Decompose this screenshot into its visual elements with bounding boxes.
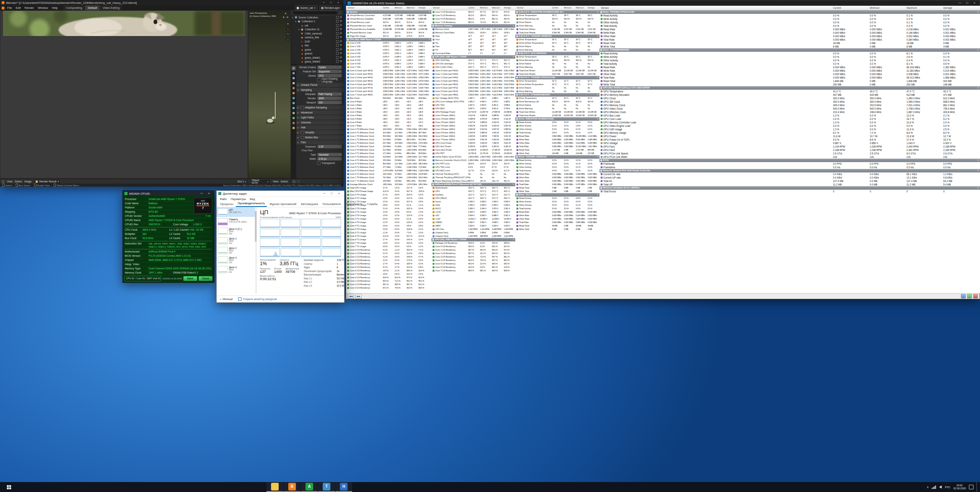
sensor-row-cpu-core-power[interactable]: CPU Core Power3.626 W3.166 W7.390 W4.621… <box>431 141 515 145</box>
minimize-button[interactable]: ─ <box>956 0 964 6</box>
sensor-row-cpu-soc-power[interactable]: CPU SoC Power6.259 W6.138 W6.332 W6.281 … <box>431 145 515 148</box>
sensor-row-framerate[interactable]: Framerate0.0 FPS0.0 FPS0.0 FPS0.0 FPS <box>599 162 980 166</box>
sensor-row-core-3-clock-perf-6-2[interactable]: Core 3 Clock (perf #6/2)3,593.5 MHz3,294… <box>431 79 515 83</box>
outliner-item-grass-blade1[interactable]: ▲grass_blade1 <box>291 56 343 60</box>
sensor-row-core-4-t0-usage[interactable]: Core 4 T0 Usage2.2 %0.3 %13.9 %2.6 % <box>346 221 431 224</box>
sensor-row-core-6-t1-effective-clock[interactable]: Core 6 T1 Effective Clock102.3 MHz9.4 MH… <box>346 172 431 176</box>
sensor-row-write-rate[interactable]: Write Rate0.000 MB/s0.000 MB/s11.283 MB/… <box>599 69 980 72</box>
taskbar-app-task-manager[interactable]: T <box>318 482 335 492</box>
sensor-row-core-4-clock-perf-5-2[interactable]: Core 4 Clock (perf #5/2)3,593.5 MHz3,294… <box>431 83 515 86</box>
sensor-row-core-1-t0-effective-clock[interactable]: Core 1 T0 Effective Clock53.6 MHz18.0 MH… <box>346 134 431 138</box>
checkbox-toggle-icon[interactable] <box>336 40 339 43</box>
sensor-row-gpu-core-load[interactable]: GPU Core Load2.4 %0.0 %24.7 %5.2 % <box>599 117 980 121</box>
sensor-row-core-0-vid[interactable]: Core 0 VID0.975 V0.944 V1.275 V0.969 V <box>346 41 431 45</box>
outliner-item-grass[interactable]: ▲grass <box>291 48 343 52</box>
image-editor[interactable] <box>0 10 248 179</box>
sensor-row-tras[interactable]: Tras38 T38 T38 T38 T <box>431 45 515 48</box>
sensor-row-core-7-t0-usage[interactable]: Core 7 T0 Usage2.9 %0.4 %15.3 %3.3 % <box>346 241 431 245</box>
sensor-row-core-1-c6-residency[interactable]: Core 1 C6 Residency98.7 %66.0 %99.6 %97.… <box>431 248 515 252</box>
sensor-row-core-soc-power[interactable]: Core+SoC Power12.336 W11.530 W17.181 W12… <box>431 148 515 152</box>
hwinfo-titlebar[interactable]: HWiNFO64 v6.29-4200 Sensor Status ─ □ × <box>346 0 980 6</box>
sensor-row-virtual-memory-available[interactable]: Virtual Memory Available9,942 MB9,676 MB… <box>346 17 431 21</box>
sensor-row-power-reporting-deviation-accuracy[interactable]: Power Reporting Deviation (Accuracy)98.4… <box>431 179 515 183</box>
sensor-row-drive-temperature[interactable]: Drive Temperature38 °C38 °C38 °C38 °C <box>515 14 599 17</box>
volume-icon[interactable] <box>939 485 942 489</box>
sensor-row-package-c6-residency[interactable]: Package C6 Residency33.8 %0.0 %43.6 %28.… <box>431 241 515 245</box>
sensor-row-total-host-writes[interactable]: Total Host Writes13,148 GB13,148 GB13,14… <box>515 110 599 114</box>
sensor-row-drive-warning[interactable]: Drive WarningNoNoNoNo <box>515 107 599 110</box>
sensor-row-cpu-ppt-limit[interactable]: CPU PPT Limit25.8 %24.9 %31.5 %25.5 % <box>431 162 515 166</box>
viewport-field[interactable]: 100 <box>317 101 342 104</box>
menu-edit[interactable]: Edit <box>14 6 23 10</box>
sensor-row-total-errors[interactable]: Total Errors0000 <box>599 190 980 193</box>
properties-tab-output[interactable] <box>291 71 296 75</box>
sensor-row-core-0-t1-effective-clock[interactable]: Core 0 T1 Effective Clock32.3 MHz11.2 MH… <box>346 131 431 134</box>
column-header-average[interactable]: Average <box>943 6 980 10</box>
sensor-row-drive-failure[interactable]: Drive FailureNoNoNoNo <box>515 21 599 24</box>
sensor-row-total-activity[interactable]: Total Activity0.0 %0.0 %0.3 %0.0 % <box>599 24 980 28</box>
panel-hair[interactable]: ▸Hair <box>296 125 343 130</box>
taskmgr-menu-вид[interactable]: Вид <box>248 197 256 201</box>
sensor-group-network-realtek-pcie-gbe-family-controller[interactable]: Network: Realtek PCIe GbE Family Control… <box>599 169 980 172</box>
sensor-row-read-activity[interactable]: Read Activity0.0 %0.0 %0.2 %0.0 % <box>515 159 599 162</box>
tab-производительность[interactable]: Производительность <box>236 201 267 207</box>
sensor-row-core-3-c6-residency[interactable]: Core 3 C6 Residency97.2 %74.6 %99.3 %96.… <box>346 286 431 290</box>
sidebar-item-диск-0-c[interactable]: Диск 0 (C:)SSD0% <box>217 226 256 236</box>
panel-film[interactable]: ▾Film <box>296 140 343 144</box>
sensor-row-core-0-clock-perf-2-2[interactable]: Core 0 Clock (perf #2/2)3,593.5 MHz3,294… <box>431 69 515 72</box>
image-editor-menu-select[interactable]: Select <box>14 180 23 183</box>
sensor-row-drive-warning[interactable]: Drive WarningNoNoNoNo <box>515 90 599 93</box>
sensor-group-drive-toshiba-hdwd110[interactable]: Drive: TOSHIBA HDWD110 <box>515 155 599 159</box>
sensor-row-drive-remaining-life[interactable]: Drive Remaining Life93.0 %93.0 %93.0 %93… <box>515 17 599 21</box>
sensor-row-write-activity[interactable]: Write Activity0.0 %0.0 %2.6 %0.1 % <box>599 55 980 59</box>
sensor-row-core-6-ratio[interactable]: Core 6 Ratiox36.0x33.0x42.3x37.0 <box>346 121 431 124</box>
outliner-item-dof[interactable]: +DOF <box>291 39 343 44</box>
blender-titlebar[interactable]: Blender* [C:\Users\leeNT0534\Desktop\ble… <box>0 0 343 5</box>
checkbox-toggle-icon[interactable] <box>336 32 339 35</box>
sensor-row-command-rate[interactable]: Command Rate1 T1 T1 T1 T <box>431 52 515 55</box>
sensor-group-gpu-0-nvidia-geforce-gtx-1660-super[interactable]: GPU [#0]: NVIDIA GeForce GTX 1660 SUPER <box>599 86 980 90</box>
sensor-row-core-5-ratio[interactable]: Core 5 Ratiox36.0x33.0x41.3x36.2 <box>346 117 431 121</box>
sensor-row-read-total[interactable]: Read Total1,727 MB0 MB1,727 MB864 MB <box>515 148 599 152</box>
restrict-render-icon[interactable] <box>340 56 342 58</box>
properties-tab-constraints[interactable] <box>291 111 296 115</box>
sensor-row-write-activity[interactable]: Write Activity0.0 %0.0 %0.1 %0.0 % <box>515 162 599 166</box>
checkbox-toggle-icon[interactable] <box>336 60 339 63</box>
restrict-render-icon[interactable] <box>340 16 342 18</box>
sensor-row-gpu-fan2[interactable]: GPU Fan22,168 RPM1,036 RPM2,461 RPM2,183… <box>599 148 980 152</box>
sensor-row-gpu-memory-controller-load[interactable]: GPU Memory Controller Load1.3 %0.0 %11.6… <box>599 121 980 124</box>
restrict-render-icon[interactable] <box>340 28 342 30</box>
sensor-row-core-3-power-smu[interactable]: Core 3 Power (SMU)0.042 W0.013 W0.415 W0… <box>431 124 515 128</box>
restrict-render-icon[interactable] <box>340 40 342 42</box>
sensor-row-cpu[interactable]: CPU43.0 °C37.0 °C47.5 °C40.5 °C <box>431 190 515 193</box>
sidebar-item-диск-3[interactable]: Диск 3HDD0% <box>217 255 256 265</box>
column-header-average[interactable]: Average <box>588 6 599 10</box>
sensor-row-tcas[interactable]: Tcas16 T16 T16 T16 T <box>431 34 515 38</box>
sensor-row-read-activity[interactable]: Read Activity0.0 %0.0 %8.1 %0.4 % <box>599 52 980 55</box>
sensor-row-core-5-power-smu[interactable]: Core 5 Power (SMU)0.100 W0.080 W1.541 W0… <box>431 131 515 134</box>
sensor-row-core-1-ratio[interactable]: Core 1 Ratiox36.0x33.0x42.0x36.8 <box>346 103 431 107</box>
sensor-group-s-m-a-r-t-ocz-vertex3[interactable]: S.M.A.R.T.: OCZ-VERTEX3 <box>515 52 599 55</box>
tab-службы[interactable]: Службы <box>365 202 380 207</box>
sensor-row-drive-airflow-temperature[interactable]: Drive Airflow Temperature36 °C35 °C36 °C… <box>515 41 599 45</box>
sensor-row-total-rate[interactable]: Total Rate0.000 MB/s0.000 MB/s0.966 MB/s… <box>515 221 599 224</box>
properties-tab-data[interactable] <box>291 116 296 120</box>
properties-tab-world[interactable] <box>291 86 296 90</box>
outliner-search-input[interactable] <box>292 11 338 15</box>
sensor-row-drive-failure[interactable]: Drive FailureNoNoNoNo <box>515 45 599 48</box>
sensor-row-drive-temperature[interactable]: Drive Temperature36 °C35 °C36 °C35 °C <box>515 38 599 41</box>
checkbox-toggle-icon[interactable] <box>336 28 339 31</box>
sensor-row-core-7-c0-residency[interactable]: Core 7 C0 Residency3.8 %0.5 %19.7 %4.4 % <box>346 272 431 276</box>
sensor-row-average-effective-clock[interactable]: Average Effective Clock138.5 MHz30.5 MHz… <box>346 183 431 186</box>
sensor-row-drive-airflow-temperature[interactable]: Drive Airflow Temperature32 °C31 °C32 °C… <box>515 83 599 86</box>
sensor-row-total-rate[interactable]: Total Rate0.000 MB/s0.000 MB/s95.412 MB/… <box>599 76 980 79</box>
sensor-row-core-6-t1-usage[interactable]: Core 6 T1 Usage2.7 %0.0 %14.6 %3.2 % <box>346 238 431 241</box>
sensor-group-cpu-0-amd-ryzen-7-3700x[interactable]: CPU [#0]: AMD Ryzen 7 3700X <box>431 238 515 241</box>
sensor-row-total-host-writes[interactable]: Total Host Writes12,146 GB12,146 GB12,14… <box>515 69 599 72</box>
sensor-row-core-7-t1-effective-clock[interactable]: Core 7 T1 Effective Clock24.8 MHz6.8 MHz… <box>346 179 431 183</box>
sensor-group-drive-kingston-sa400s37120g[interactable]: Drive: KINGSTON SA400S37120G <box>515 117 599 121</box>
sensor-row-physical-memory-available[interactable]: Physical Memory Available10,568 MB10,336… <box>346 28 431 31</box>
transparent-checkbox[interactable] <box>317 161 320 165</box>
sensor-row-write-total[interactable]: Write Total1 MB0 MB1 MB0 MB <box>515 190 599 193</box>
sensor-row-bus-clock[interactable]: Bus Clock99.8 MHz99.6 MHz99.8 MHz99.8 MH… <box>346 97 431 100</box>
